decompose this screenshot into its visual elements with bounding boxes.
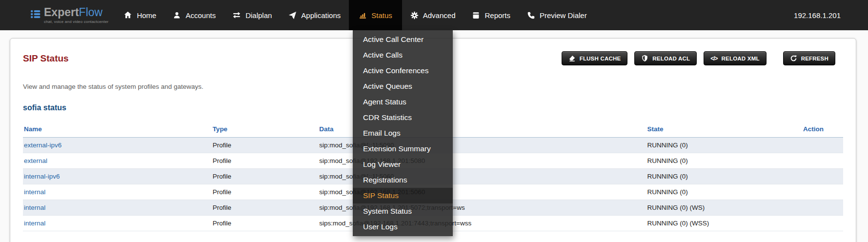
button-label: RELOAD XML [722, 56, 760, 61]
nav-item-reports[interactable]: Reports [464, 0, 519, 30]
refresh-icon [790, 55, 797, 62]
cell-type: Profile [212, 184, 319, 200]
server-address: 192.168.1.201 [794, 11, 841, 20]
nav-item-applications[interactable]: Applications [280, 0, 349, 30]
menu-item-sip-status[interactable]: SIP Status [353, 188, 453, 203]
brand-tagline: chat, voice and video contactcenter [44, 20, 108, 24]
column-header-action[interactable]: Action [802, 122, 843, 138]
bar-chart-icon [359, 11, 367, 20]
cell-state: RUNNING (0) (WSS) [646, 216, 802, 231]
nav-item-dialplan[interactable]: Dialplan [224, 0, 280, 30]
profile-link[interactable]: internal [24, 220, 45, 227]
cell-action [802, 200, 843, 216]
nav-item-label: Home [137, 11, 156, 20]
button-label: FLUSH CACHE [580, 56, 621, 61]
swap-arrows-icon [232, 11, 241, 20]
brand-primary: Expert [44, 6, 79, 19]
menu-item-email-logs[interactable]: Email Logs [353, 125, 453, 141]
brand-icon [30, 8, 41, 22]
button-label: REFRESH [801, 56, 828, 61]
nav-item-label: Reports [484, 11, 510, 20]
profile-link[interactable]: external [24, 157, 47, 164]
brand-name: ExpertFlow [44, 6, 108, 18]
nav-item-label: Dialplan [245, 11, 272, 20]
flush-cache-button[interactable]: FLUSH CACHE [562, 51, 628, 65]
menu-item-cdr-statistics[interactable]: CDR Statistics [353, 110, 453, 125]
cell-state: RUNNING (0) [646, 153, 802, 169]
menu-item-registrations[interactable]: Registrations [353, 172, 453, 188]
menu-item-agent-status[interactable]: Agent Status [353, 94, 453, 110]
eraser-icon [568, 55, 576, 62]
shield-icon [641, 55, 648, 62]
page-title: SIP Status [23, 53, 69, 64]
cell-type: Profile [212, 200, 319, 216]
menu-item-system-status[interactable]: System Status [353, 203, 453, 219]
main-navigation: Home Accounts Dialplan Applications Stat… [115, 0, 595, 30]
nav-item-advanced[interactable]: Advanced [402, 0, 464, 30]
column-header-state[interactable]: State [646, 122, 802, 138]
nav-item-label: Advanced [423, 11, 456, 20]
column-header-type[interactable]: Type [212, 122, 319, 138]
menu-item-active-call-center[interactable]: Active Call Center [353, 32, 453, 47]
cell-type: Profile [212, 216, 319, 231]
nav-item-label: Status [371, 11, 392, 20]
user-icon [173, 11, 181, 20]
brand-logo[interactable]: ExpertFlow chat, voice and video contact… [30, 6, 108, 23]
cell-state: RUNNING (0) [646, 184, 802, 200]
column-header-name[interactable]: Name [23, 122, 212, 138]
menu-item-active-queues[interactable]: Active Queues [353, 79, 453, 94]
cell-state: RUNNING (0) [646, 169, 802, 184]
button-label: RELOAD ACL [652, 56, 690, 61]
nav-item-home[interactable]: Home [115, 0, 164, 30]
cell-action [802, 184, 843, 200]
code-icon: </> [710, 55, 717, 62]
toolbar: FLUSH CACHE RELOAD ACL </> RELOAD XML RE… [562, 51, 835, 65]
cell-type: Profile [212, 138, 319, 153]
menu-item-active-conferences[interactable]: Active Conferences [353, 63, 453, 79]
menu-item-user-logs[interactable]: User Logs [353, 219, 453, 235]
gear-icon [410, 11, 419, 20]
nav-item-preview-dialer[interactable]: Preview Dialer [519, 0, 595, 30]
profile-link[interactable]: internal-ipv6 [24, 173, 60, 180]
brand-secondary: Flow [79, 6, 103, 19]
cell-action [802, 169, 843, 184]
cell-state: RUNNING (0) (WS) [646, 200, 802, 216]
home-icon [123, 11, 132, 20]
top-navbar: ExpertFlow chat, voice and video contact… [0, 0, 868, 30]
cell-action [802, 138, 843, 153]
cell-action [802, 216, 843, 231]
cell-type: Profile [212, 169, 319, 184]
menu-item-log-viewer[interactable]: Log Viewer [353, 157, 453, 172]
cell-type: Profile [212, 153, 319, 169]
reload-acl-button[interactable]: RELOAD ACL [634, 51, 697, 65]
book-icon [472, 11, 480, 20]
cell-action [802, 153, 843, 169]
nav-item-label: Preview Dialer [540, 11, 587, 20]
nav-item-label: Applications [301, 11, 341, 20]
nav-item-status[interactable]: Status [349, 0, 402, 30]
menu-item-active-calls[interactable]: Active Calls [353, 47, 453, 63]
profile-link[interactable]: external-ipv6 [24, 141, 61, 149]
profile-link[interactable]: internal [24, 188, 45, 196]
refresh-button[interactable]: REFRESH [783, 51, 835, 65]
profile-link[interactable]: internal [24, 204, 45, 211]
menu-item-extension-summary[interactable]: Extension Summary [353, 141, 453, 157]
nav-item-label: Accounts [185, 11, 216, 20]
phone-icon [527, 11, 535, 20]
nav-item-accounts[interactable]: Accounts [164, 0, 224, 30]
cell-state: RUNNING (0) [646, 138, 802, 153]
status-dropdown-menu: Active Call Center Active Calls Active C… [353, 30, 453, 236]
reload-xml-button[interactable]: </> RELOAD XML [704, 51, 766, 65]
paper-plane-icon [288, 11, 297, 20]
